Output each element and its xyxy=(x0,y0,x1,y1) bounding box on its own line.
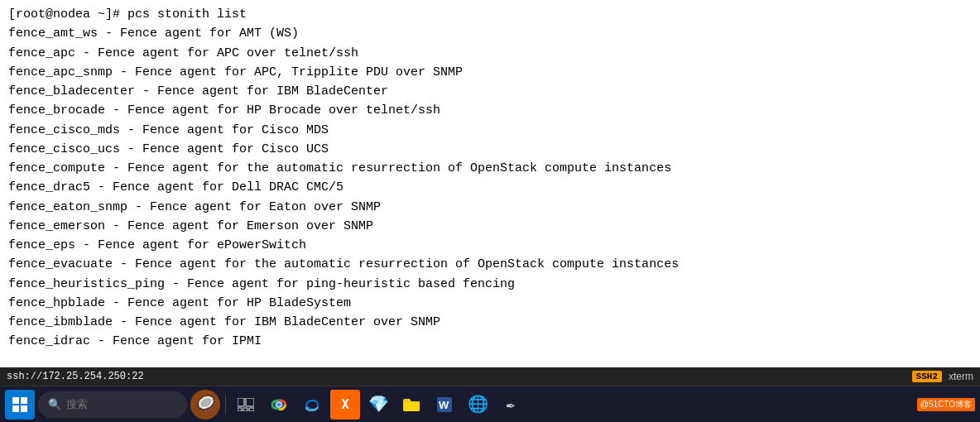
chrome-icon[interactable] xyxy=(264,390,294,420)
search-bar[interactable]: 🔍 xyxy=(38,391,187,418)
xterm-label: xterm xyxy=(949,371,973,382)
terminal-line: fence_drac5 - Fence agent for Dell DRAC … xyxy=(8,178,972,197)
coconut-icon[interactable]: 🥥 xyxy=(190,390,220,420)
terminal-line: fence_apc_snmp - Fence agent for APC, Tr… xyxy=(8,63,972,82)
taskbar: 🔍 🥥 xyxy=(0,386,980,422)
svg-rect-7 xyxy=(243,408,247,411)
globe-icon[interactable]: 🌐 xyxy=(463,390,492,420)
terminal-line: fence_amt_ws - Fence agent for AMT (WS) xyxy=(8,24,972,43)
pen-icon[interactable]: ✒ xyxy=(496,390,526,420)
xshell-icon[interactable]: X xyxy=(330,390,360,420)
ssh2-badge: SSH2 xyxy=(912,371,942,382)
svg-rect-6 xyxy=(238,408,242,411)
terminal-status-bar: ssh://172.25.254.250:22 SSH2 xterm xyxy=(0,367,980,386)
search-input[interactable] xyxy=(66,398,174,410)
terminal-line: fence_ibmblade - Fence agent for IBM Bla… xyxy=(8,313,972,332)
terminal-line: fence_compute - Fence agent for the auto… xyxy=(8,159,972,178)
blog-badge: @51CTO博客 xyxy=(917,398,975,411)
terminal-line: fence_apc - Fence agent for APC over tel… xyxy=(8,44,972,63)
terminal-content[interactable]: [root@nodea ~]# pcs stonith list fence_a… xyxy=(0,0,980,367)
terminal-line: fence_emerson - Fence agent for Emerson … xyxy=(8,217,972,236)
terminal-line: fence_evacuate - Fence agent for the aut… xyxy=(8,255,972,274)
start-button[interactable] xyxy=(5,390,35,420)
terminal-line: fence_heuristics_ping - Fence agent for … xyxy=(8,275,972,294)
word-icon[interactable]: W xyxy=(430,390,459,420)
connection-label: ssh://172.25.254.250:22 xyxy=(7,371,144,382)
svg-rect-0 xyxy=(12,397,19,404)
search-icon: 🔍 xyxy=(48,398,61,411)
svg-rect-5 xyxy=(246,398,254,406)
task-view-button[interactable] xyxy=(231,390,261,420)
svg-rect-2 xyxy=(12,405,19,412)
terminal-window: [root@nodea ~]# pcs stonith list fence_a… xyxy=(0,0,980,422)
svg-text:W: W xyxy=(439,399,449,411)
terminal-line: fence_hpblade - Fence agent for HP Blade… xyxy=(8,294,972,313)
terminal-line: fence_eaton_snmp - Fence agent for Eaton… xyxy=(8,198,972,217)
svg-rect-3 xyxy=(21,405,27,412)
terminal-line: fence_bladecenter - Fence agent for IBM … xyxy=(8,82,972,101)
svg-rect-4 xyxy=(238,398,244,406)
svg-rect-8 xyxy=(249,408,254,411)
terminal-line: [root@nodea ~]# pcs stonith list xyxy=(8,5,972,24)
status-right: SSH2 xterm xyxy=(912,371,973,382)
svg-point-11 xyxy=(277,402,281,406)
terminal-line: fence_eps - Fence agent for ePowerSwitch xyxy=(8,236,972,255)
ruby-icon[interactable]: 💎 xyxy=(363,390,393,420)
taskbar-divider xyxy=(225,395,226,415)
taskbar-right: @51CTO博客 xyxy=(917,398,975,411)
terminal-line: fence_brocade - Fence agent for HP Broca… xyxy=(8,101,972,120)
files-icon[interactable] xyxy=(396,390,426,420)
svg-rect-1 xyxy=(21,397,27,404)
terminal-line: fence_cisco_mds - Fence agent for Cisco … xyxy=(8,121,972,140)
terminal-line: fence_idrac - Fence agent for IPMI xyxy=(8,332,972,351)
terminal-line: fence_cisco_ucs - Fence agent for Cisco … xyxy=(8,140,972,159)
edge-icon[interactable] xyxy=(297,390,327,420)
